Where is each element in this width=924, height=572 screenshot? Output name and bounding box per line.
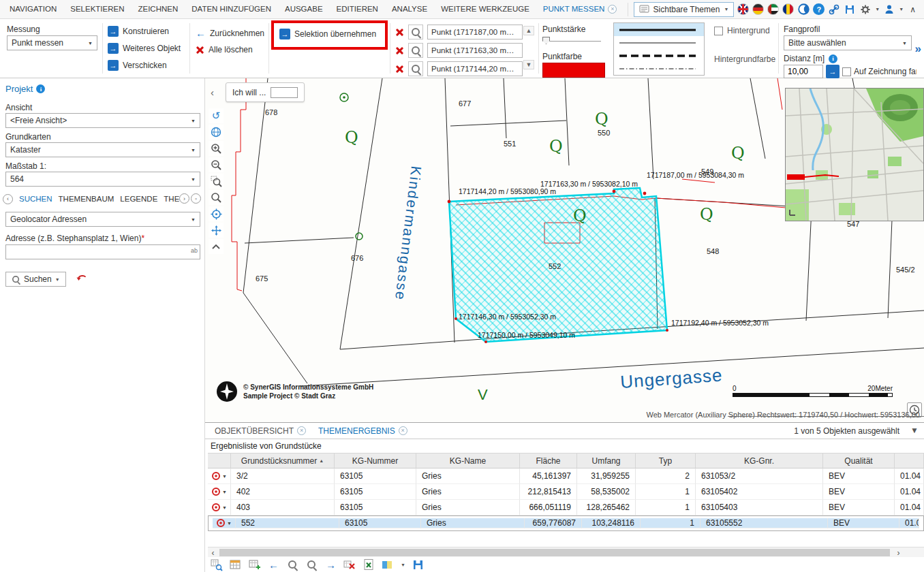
zoom-to-results-button[interactable] <box>210 558 223 571</box>
point-entry[interactable]: Punkt (1717187,00 m… <box>427 25 523 39</box>
crescent-icon[interactable] <box>797 3 810 16</box>
ich-will-input[interactable] <box>271 87 298 98</box>
tab-ausgabe[interactable]: AUSGABE <box>278 0 330 18</box>
header-umfang[interactable]: Umfang <box>577 453 636 468</box>
zoom-to-point-button[interactable] <box>408 25 423 39</box>
collapse-ribbon-icon[interactable]: ∧ <box>907 5 919 14</box>
zoom-to-point-button[interactable] <box>408 43 423 58</box>
apply-distance-button[interactable]: → <box>826 65 840 78</box>
auf-zeichnung-checkbox[interactable] <box>842 67 851 76</box>
remove-point-icon[interactable] <box>395 46 404 55</box>
chevron-down-icon[interactable]: ▼ <box>222 505 227 510</box>
remove-selection-button[interactable] <box>343 558 356 571</box>
remove-point-icon[interactable] <box>395 65 404 74</box>
overview-map[interactable] <box>785 88 924 221</box>
grundkarten-select[interactable]: Kataster▼ <box>5 142 200 157</box>
zoom-window-button[interactable] <box>209 174 224 189</box>
checkbox[interactable] <box>714 27 723 35</box>
locate-record-icon[interactable] <box>211 471 221 481</box>
collapse-sidebar-icon[interactable]: ‹ <box>211 86 214 98</box>
line-style-option[interactable] <box>614 36 704 49</box>
header-kg-name[interactable]: KG-Name <box>416 453 520 468</box>
table-view-button[interactable] <box>229 558 242 571</box>
distanz-input[interactable] <box>784 65 823 78</box>
pan-move-button[interactable] <box>209 223 224 238</box>
tab-daten-hinzufuegen[interactable]: DATEN HINZUFÜGEN <box>185 0 278 18</box>
chevron-down-icon[interactable]: ▼ <box>899 7 904 12</box>
suchen-button[interactable]: Suchen ▼ <box>5 272 66 287</box>
konstruieren-button[interactable]: →Konstruieren <box>108 26 169 37</box>
header-qualitaet[interactable]: Qualität <box>823 453 895 468</box>
language-english-icon[interactable] <box>737 3 749 15</box>
toolbar-collapse-up-icon[interactable] <box>209 239 224 254</box>
save-results-button[interactable] <box>412 558 425 571</box>
table-row[interactable]: ▼ 40263105Gries 212,81541358,5350021 631… <box>208 484 924 500</box>
tab-navigation[interactable]: NAVIGATION <box>3 0 63 18</box>
zoom-in-button[interactable] <box>209 141 224 156</box>
header-kg-gnr[interactable]: KG-Gnr. <box>696 453 823 468</box>
chevron-down-icon[interactable]: ▼ <box>875 7 880 12</box>
locate-record-icon[interactable] <box>211 503 221 512</box>
punktstaerke-slider[interactable] <box>542 37 601 45</box>
chevron-down-icon[interactable]: ▼ <box>222 490 227 494</box>
tab-punkt-messen[interactable]: PUNKT MESSEN × <box>536 0 624 18</box>
symbology-gradient-button[interactable] <box>382 558 395 571</box>
scroll-right-icon[interactable]: › <box>893 547 904 558</box>
geolocator-select[interactable]: Geolocator Adressen▼ <box>5 212 200 227</box>
line-style-option[interactable] <box>614 23 704 36</box>
settings-gear-icon[interactable] <box>859 3 872 16</box>
language-german-icon[interactable] <box>752 3 764 15</box>
close-icon[interactable]: × <box>399 426 407 435</box>
chevron-down-icon[interactable]: ▼ <box>222 474 227 479</box>
sidebar-tab-themenbaum[interactable]: THEMENBAUM <box>59 195 114 203</box>
tab-analyse[interactable]: ANALYSE <box>385 0 434 18</box>
rotate-view-button[interactable]: ↺ <box>209 108 224 123</box>
tabs-scroll-left-icon[interactable]: ‹ <box>3 194 13 204</box>
line-style-option[interactable] <box>614 49 704 62</box>
scroll-left-icon[interactable]: ‹ <box>208 547 218 558</box>
header-kg-nummer[interactable]: KG-Nummer <box>335 453 416 468</box>
slider-thumb[interactable] <box>542 37 550 44</box>
line-style-option[interactable] <box>614 62 704 75</box>
expand-ribbon-icon[interactable]: » <box>915 42 921 56</box>
help-icon[interactable]: ? <box>813 3 825 15</box>
zoom-out-button[interactable] <box>209 157 224 172</box>
close-tab-icon[interactable]: × <box>608 5 617 14</box>
center-target-button[interactable] <box>209 206 224 221</box>
selektion-uebernehmen-button[interactable]: →Selektion übernehmen <box>279 29 376 39</box>
tabs-more-icon[interactable]: ◦ <box>191 193 201 204</box>
scroll-up-icon[interactable]: ▲ <box>523 26 534 35</box>
ansicht-select[interactable]: <Freie Ansicht>▼ <box>5 113 200 128</box>
globe-button[interactable] <box>209 125 224 140</box>
zoom-record-in-button[interactable] <box>305 558 318 571</box>
locate-record-icon[interactable] <box>211 487 221 496</box>
reset-search-icon[interactable] <box>76 274 87 284</box>
zoom-last-button[interactable] <box>209 190 224 205</box>
punktfarbe-swatch[interactable] <box>542 63 605 78</box>
tabs-scroll-right-icon[interactable]: › <box>179 193 189 204</box>
messung-select[interactable]: Punkt messen▼ <box>7 35 97 50</box>
map-viewport[interactable]: Q Q Q Q Q Q V 678 677 551 550 549 547 54… <box>205 78 924 422</box>
adresse-input[interactable] <box>5 244 200 259</box>
fangprofil-select[interactable]: Bitte auswählen▼ <box>784 35 912 50</box>
header-typ[interactable]: Typ <box>636 453 696 468</box>
save-icon[interactable] <box>844 3 856 16</box>
scroll-down-icon[interactable]: ▼ <box>523 60 534 69</box>
tab-editieren[interactable]: EDITIEREN <box>330 0 385 18</box>
sidebar-tab-suchen[interactable]: SUCHEN <box>19 195 52 203</box>
horizontal-scrollbar[interactable]: ‹ › <box>208 547 924 557</box>
sidebar-tab-legende[interactable]: LEGENDE <box>120 195 157 203</box>
locate-record-icon[interactable] <box>216 518 226 528</box>
remove-point-icon[interactable] <box>395 28 404 37</box>
export-excel-button[interactable] <box>363 558 375 571</box>
close-icon[interactable]: × <box>297 426 306 435</box>
header-flaeche[interactable]: Fläche <box>520 453 577 468</box>
table-row-selected[interactable]: ▼ 55263105Gries 659,776087103,2481161 63… <box>208 515 924 531</box>
massstab-select[interactable]: 564▼ <box>5 172 200 187</box>
table-row[interactable]: ▼ 3/263105Gries 45,16139731,9592552 6310… <box>208 468 924 484</box>
alle-loeschen-button[interactable]: Alle löschen <box>196 45 253 54</box>
tab-themenergebnis[interactable]: THEMENERGEBNIS × <box>318 426 407 436</box>
hintergrund-toggle[interactable]: Hintergrund <box>714 26 770 35</box>
language-romanian-icon[interactable] <box>782 3 794 15</box>
point-entry[interactable]: Punkt (1717144,20 m… <box>427 61 523 76</box>
